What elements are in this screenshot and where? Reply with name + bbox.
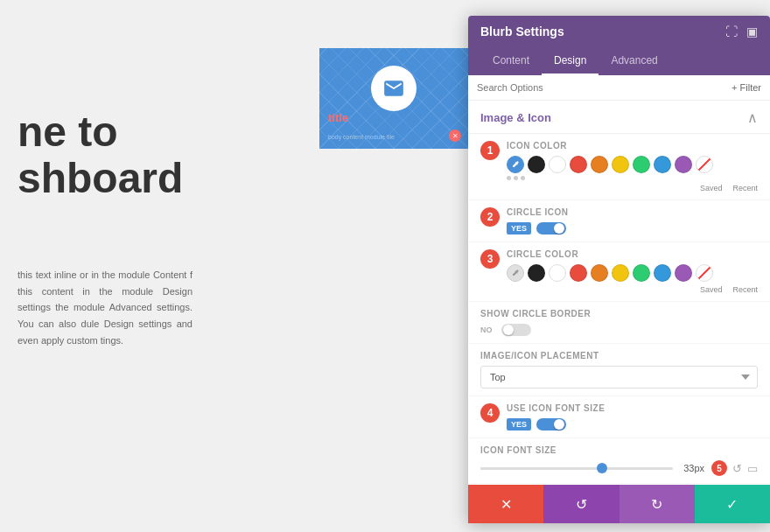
- circle-saved-label: Saved: [700, 285, 723, 294]
- preview-title: title: [328, 111, 348, 124]
- circle-recent-label: Recent: [732, 285, 758, 294]
- tab-design[interactable]: Design: [542, 47, 598, 75]
- eyedropper-icon: [511, 160, 520, 169]
- undo-button[interactable]: ↺: [543, 485, 619, 523]
- image-icon-placement-label: Image/Icon Placement: [480, 351, 758, 360]
- swatch-blue[interactable]: [654, 156, 671, 173]
- circle-swatch-red[interactable]: [570, 264, 587, 282]
- responsive-icon[interactable]: ▭: [747, 462, 758, 475]
- preview-icon-circle: [371, 66, 416, 111]
- preview-box: title body content module tile ✕: [319, 48, 468, 149]
- panel-header: Blurb Settings ⛶ ▣: [468, 16, 770, 47]
- icon-font-size-track: [480, 467, 673, 470]
- filter-button[interactable]: + Filter: [732, 82, 761, 93]
- circle-swatch-blue[interactable]: [654, 264, 671, 282]
- swatch-green[interactable]: [633, 156, 650, 173]
- saved-label: Saved: [700, 184, 723, 192]
- search-bar: + Filter: [468, 75, 770, 101]
- icon-font-size-label: Icon Font Size: [480, 445, 758, 455]
- use-icon-font-size-toggle[interactable]: [536, 418, 566, 430]
- toggle-yes-label: YES: [507, 222, 531, 234]
- section-title: Image & Icon: [480, 111, 551, 124]
- icon-color-swatches: [507, 156, 758, 173]
- circle-icon-toggle-wrap: YES: [507, 222, 758, 234]
- use-icon-font-size-yes-label: YES: [507, 418, 531, 430]
- swatch-white[interactable]: [549, 156, 566, 173]
- icon-font-size-value: 33px: [680, 463, 704, 473]
- swatch-yellow[interactable]: [612, 156, 629, 173]
- circle-icon-row: 2 Circle Icon YES: [468, 200, 770, 242]
- swatch-black[interactable]: [528, 156, 545, 173]
- show-circle-border-toggle[interactable]: [501, 324, 531, 336]
- step-badge-1: 1: [480, 141, 500, 160]
- cancel-button[interactable]: ✕: [468, 485, 543, 523]
- eyedropper-circle-icon: [511, 269, 520, 277]
- circle-swatch-orange[interactable]: [591, 264, 608, 282]
- icon-color-eyedropper[interactable]: [507, 156, 524, 173]
- show-circle-border-wrap: NO: [480, 324, 758, 336]
- section-collapse-icon[interactable]: ∧: [747, 109, 758, 126]
- circle-saved-recent-row: Saved Recent: [507, 285, 758, 294]
- circle-color-label: Circle Color: [507, 249, 758, 259]
- circle-icon-content: Circle Icon YES: [507, 207, 758, 234]
- swatch-orange[interactable]: [591, 156, 608, 173]
- circle-swatch-transparent[interactable]: [696, 264, 713, 282]
- icon-color-label: Icon Color: [507, 141, 758, 150]
- image-icon-placement-row: Image/Icon Placement Top Left Right Bott…: [468, 344, 770, 396]
- show-circle-no-label: NO: [480, 326, 493, 334]
- circle-swatch-purple[interactable]: [675, 264, 692, 282]
- circle-swatch-green[interactable]: [633, 264, 650, 282]
- icon-font-size-row: Icon Font Size 33px 5 ↺ ▭: [468, 438, 770, 484]
- settings-panel: Blurb Settings ⛶ ▣ Content Design Advanc…: [468, 16, 770, 523]
- dot-1: [507, 176, 511, 180]
- circle-swatch-yellow[interactable]: [612, 264, 629, 282]
- swatch-purple[interactable]: [675, 156, 692, 173]
- reset-icon[interactable]: ↺: [732, 462, 742, 475]
- panel-body: Image & Icon ∧ 1 Icon Color: [468, 101, 770, 485]
- icon-color-row: 1 Icon Color: [468, 134, 770, 200]
- circle-color-row: 3 Circle Color: [468, 242, 770, 302]
- search-input[interactable]: [477, 82, 726, 93]
- slider-fill: [480, 467, 606, 470]
- circle-icon-toggle[interactable]: [536, 222, 566, 234]
- slider-thumb[interactable]: [597, 463, 607, 473]
- recent-label: Recent: [732, 184, 758, 192]
- saved-recent-row: Saved Recent: [507, 184, 758, 192]
- icon-font-size-slider-row: 33px 5 ↺ ▭: [480, 460, 758, 476]
- swatch-transparent[interactable]: [696, 156, 713, 173]
- step-badge-4: 4: [480, 403, 500, 423]
- fullscreen-icon[interactable]: ⛶: [725, 24, 738, 38]
- circle-color-swatches: [507, 264, 758, 282]
- step-badge-5: 5: [711, 460, 727, 476]
- dot-2: [514, 176, 518, 180]
- panel-layout-icon[interactable]: ▣: [746, 24, 758, 38]
- email-icon: [382, 77, 405, 100]
- swatch-red[interactable]: [570, 156, 587, 173]
- heading-line1: ne to: [18, 109, 183, 156]
- circle-swatch-black[interactable]: [528, 264, 545, 282]
- dot-3: [521, 176, 525, 180]
- tab-content[interactable]: Content: [480, 47, 542, 75]
- show-circle-border-label: Show Circle Border: [480, 309, 758, 318]
- slider-action-icons: 5 ↺ ▭: [711, 460, 758, 476]
- panel-header-icons: ⛶ ▣: [725, 24, 758, 38]
- heading-line2: shboard: [18, 156, 183, 202]
- show-circle-border-row: Show Circle Border NO: [468, 302, 770, 344]
- preview-close-btn[interactable]: ✕: [449, 130, 461, 142]
- circle-color-content: Circle Color: [507, 249, 758, 294]
- heading-block: ne to shboard: [18, 109, 183, 202]
- use-icon-font-size-content: Use Icon Font Size YES: [507, 403, 758, 430]
- main-content: title body content module tile ✕ ne to s…: [0, 0, 468, 532]
- use-icon-font-size-row: 4 Use Icon Font Size YES: [468, 396, 770, 438]
- redo-button[interactable]: ↻: [620, 485, 695, 523]
- save-button[interactable]: ✓: [695, 485, 770, 523]
- circle-color-eyedropper[interactable]: [507, 264, 524, 282]
- image-icon-placement-select[interactable]: Top Left Right Bottom: [480, 366, 758, 388]
- image-icon-section-header: Image & Icon ∧: [468, 101, 770, 134]
- circle-icon-label: Circle Icon: [507, 207, 758, 217]
- step-badge-2: 2: [480, 207, 500, 227]
- tab-advanced[interactable]: Advanced: [598, 47, 669, 75]
- circle-swatch-white[interactable]: [549, 264, 566, 282]
- preview-text: body content module tile: [328, 133, 395, 142]
- body-text: this text inline or in the module Conten…: [18, 267, 192, 348]
